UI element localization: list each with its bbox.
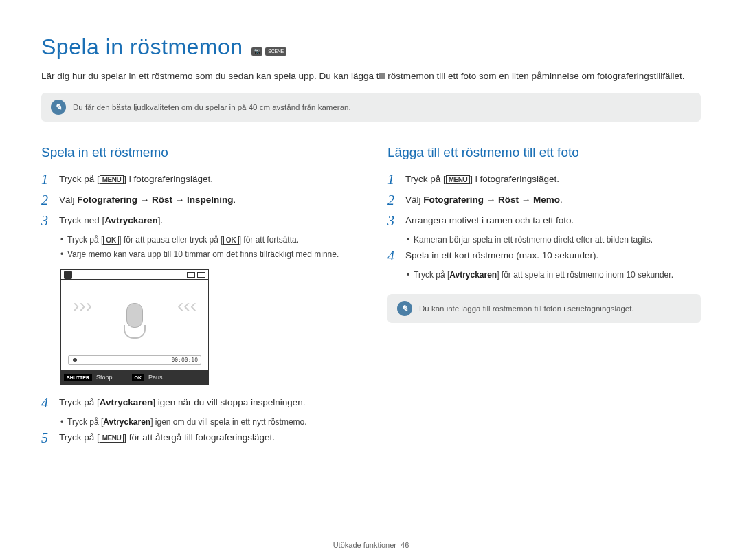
section-heading-right: Lägga till ett röstmemo till ett foto <box>387 145 701 160</box>
bullet: Kameran börjar spela in ett röstmemo dir… <box>407 234 701 246</box>
step-body: Tryck på [MENU] i fotograferingsläget. <box>59 172 213 186</box>
step-body: Välj Fotografering → Röst → Inspelning. <box>59 193 236 207</box>
mic-small-icon <box>64 271 72 279</box>
tip-note-right: ✎ Du kan inte lägga till röstmemon till … <box>387 294 701 323</box>
step-number: 3 <box>41 214 54 227</box>
menu-key: MENU <box>100 175 124 184</box>
step-number: 4 <box>41 396 54 410</box>
page-footer: Utökade funktioner 46 <box>0 541 742 549</box>
shutter-label: SHUTTER <box>64 374 92 381</box>
step-number: 4 <box>387 249 400 262</box>
bullet: Tryck på [OK] för att pausa eller tryck … <box>60 234 355 246</box>
right-column: Lägga till ett röstmemo till ett foto 1 … <box>387 145 701 451</box>
pause-label: Paus <box>148 374 163 381</box>
note-icon: ✎ <box>397 301 412 316</box>
step-number: 2 <box>41 193 54 207</box>
step-2: 2 Välj Fotografering → Röst → Inspelning… <box>41 193 355 207</box>
mode-icons: 📷 SCENE <box>251 47 286 56</box>
step-number: 5 <box>41 431 54 445</box>
bullet: Varje memo kan vara upp till 10 timmar o… <box>60 249 355 260</box>
step-number: 3 <box>387 214 400 227</box>
step-1: 1 Tryck på [MENU] i fotograferingsläget. <box>387 172 701 186</box>
note-icon: ✎ <box>51 100 66 115</box>
step-body: Välj Fotografering → Röst → Memo. <box>405 193 563 207</box>
tip-note-top: ✎ Du får den bästa ljudkvaliteten om du … <box>41 93 701 122</box>
microphone-icon <box>121 303 148 344</box>
camera-screen-footer: SHUTTER Stopp OK Paus <box>61 370 208 384</box>
step-number: 2 <box>387 193 400 207</box>
step-4: 4 Spela in ett kort röstmemo (max. 10 se… <box>387 249 701 262</box>
step-3-bullets: Tryck på [OK] för att pausa eller tryck … <box>60 234 355 260</box>
intro-text: Lär dig hur du spelar in ett röstmemo so… <box>41 70 701 83</box>
step-3: 3 Tryck ned [Avtryckaren]. <box>41 214 355 227</box>
battery-icons <box>187 272 205 278</box>
ok-key: OK <box>103 236 119 245</box>
ok-label: OK <box>132 374 145 381</box>
step-number: 1 <box>41 172 54 186</box>
menu-key: MENU <box>100 434 124 443</box>
step-body: Tryck på [MENU] för att återgå till foto… <box>59 431 275 445</box>
footer-page-number: 46 <box>401 541 409 549</box>
bullet: Tryck på [Avtryckaren] igen om du vill s… <box>60 416 355 428</box>
bullet: Tryck på [Avtryckaren] för att spela in … <box>407 269 701 281</box>
step-body: Tryck på [MENU] i fotograferingsläget. <box>405 172 559 186</box>
step-3: 3 Arrangera motivet i ramen och ta ett f… <box>387 214 701 227</box>
ok-key: OK <box>223 236 239 245</box>
scene-mode-icon: SCENE <box>265 47 286 56</box>
step-number: 1 <box>387 172 400 186</box>
step-1: 1 Tryck på [MENU] i fotograferingsläget. <box>41 172 355 186</box>
step-4-bullets: Tryck på [Avtryckaren] för att spela in … <box>407 269 701 281</box>
step-body: Arrangera motivet i ramen och ta ett fot… <box>405 214 574 227</box>
step-body: Spela in ett kort röstmemo (max. 10 seku… <box>405 249 598 262</box>
camera-screen-illustration: ›››‹‹‹ 00:00:10 SHUTTER Stopp OK Paus <box>60 269 209 385</box>
left-column: Spela in ett röstmemo 1 Tryck på [MENU] … <box>41 145 355 451</box>
note-text: Du får den bästa ljudkvaliteten om du sp… <box>73 103 351 111</box>
step-4-bullets: Tryck på [Avtryckaren] igen om du vill s… <box>60 416 355 428</box>
step-body: Tryck på [Avtryckaren] igen när du vill … <box>59 396 305 410</box>
elapsed-time: 00:00:10 <box>171 357 198 363</box>
step-5: 5 Tryck på [MENU] för att återgå till fo… <box>41 431 355 445</box>
section-heading-left: Spela in ett röstmemo <box>41 145 355 160</box>
recording-progress-bar: 00:00:10 <box>68 355 201 365</box>
camera-mode-icon: 📷 <box>251 47 263 56</box>
step-body: Tryck ned [Avtryckaren]. <box>59 214 163 227</box>
stop-label: Stopp <box>96 374 113 381</box>
footer-section: Utökade funktioner <box>333 541 396 549</box>
step-4: 4 Tryck på [Avtryckaren] igen när du vil… <box>41 396 355 410</box>
step-3-bullets: Kameran börjar spela in ett röstmemo dir… <box>407 234 701 246</box>
page-title: Spela in röstmemon <box>41 34 243 60</box>
step-2: 2 Välj Fotografering → Röst → Memo. <box>387 193 701 207</box>
note-text: Du kan inte lägga till röstmemon till fo… <box>419 304 634 313</box>
menu-key: MENU <box>446 175 470 184</box>
